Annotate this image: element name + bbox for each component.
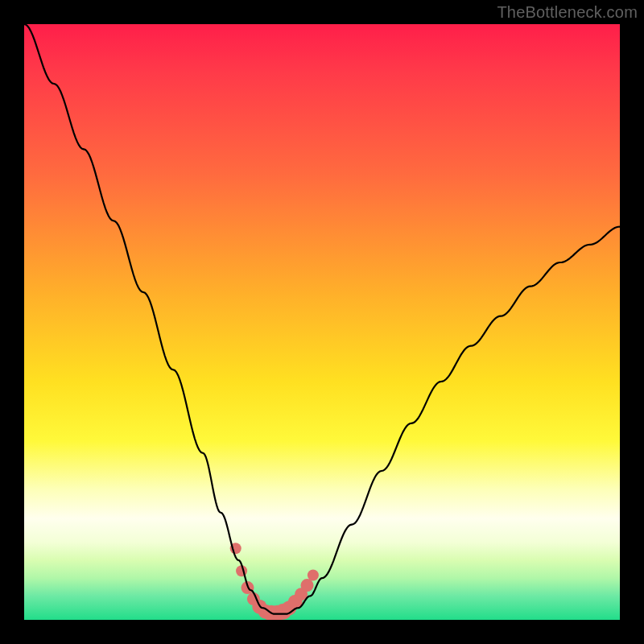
valley-markers <box>230 543 319 620</box>
outer-frame: TheBottleneck.com <box>0 0 644 644</box>
watermark-label: TheBottleneck.com <box>497 3 638 22</box>
curve-svg <box>24 24 620 620</box>
valley-marker <box>301 579 314 592</box>
bottleneck-curve <box>24 24 620 614</box>
plot-area <box>24 24 620 620</box>
valley-marker <box>308 570 319 581</box>
